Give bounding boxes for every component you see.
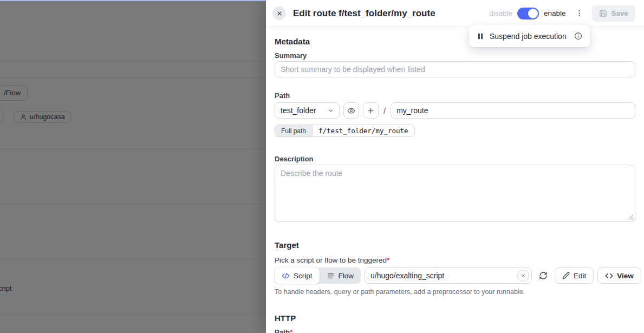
plus-icon xyxy=(367,107,375,115)
http-path-text: Path xyxy=(275,328,290,333)
backdrop-flow-chip-label: /Flow xyxy=(4,89,21,97)
folder-select[interactable]: test_folder xyxy=(275,102,340,119)
pick-runnable-label: Pick a script or flow to be triggered* xyxy=(275,256,635,264)
view-button-label: View xyxy=(617,272,634,280)
full-path-pill: Full path f/test_folder/my_route xyxy=(275,125,415,137)
backdrop-divider xyxy=(0,148,266,149)
save-icon xyxy=(599,9,607,17)
close-drawer-button[interactable] xyxy=(272,6,286,20)
full-path-label: Full path xyxy=(275,125,313,136)
tab-flow-label: Flow xyxy=(339,272,354,280)
runnable-path-input[interactable] xyxy=(365,267,532,284)
backdrop-divider xyxy=(0,259,266,259)
summary-label: Summary xyxy=(275,51,635,60)
edit-runnable-button[interactable]: Edit xyxy=(555,267,594,284)
backdrop-partial-chip xyxy=(0,111,4,123)
tab-script-label: Script xyxy=(294,272,313,280)
required-asterisk: * xyxy=(387,256,389,264)
backdrop-owner-badge: u/hugocasa xyxy=(14,111,71,123)
edit-route-drawer: Edit route f/test_folder/my_route disabl… xyxy=(266,0,644,333)
edit-button-label: Edit xyxy=(574,272,586,280)
backdrop-divider xyxy=(0,77,266,78)
toggle-knob xyxy=(528,9,538,18)
full-path-value: f/test_folder/my_route xyxy=(313,125,414,136)
refresh-icon xyxy=(539,271,548,280)
code-icon xyxy=(282,272,290,280)
toggle-off-label: disable xyxy=(489,9,512,17)
info-icon xyxy=(574,32,582,40)
target-heading: Target xyxy=(275,240,635,250)
code-brackets-icon xyxy=(605,272,613,280)
preview-folder-button[interactable] xyxy=(343,102,359,119)
path-row: test_folder / xyxy=(275,102,635,119)
view-runnable-button[interactable]: View xyxy=(597,267,641,284)
folder-select-value: test_folder xyxy=(281,106,316,115)
description-textarea[interactable] xyxy=(275,165,635,222)
pick-runnable-text: Pick a script or flow to be triggered xyxy=(275,256,387,264)
backdrop-divider xyxy=(0,61,266,62)
backdrop-overlay[interactable]: /Flow u/hugocasa cript xyxy=(0,0,266,333)
description-wrap xyxy=(275,165,635,222)
refresh-runnable-button[interactable] xyxy=(536,267,551,284)
backdrop-divider xyxy=(0,314,266,315)
save-button-label: Save xyxy=(611,9,628,17)
suspend-job-label: Suspend job execution xyxy=(490,32,567,41)
add-folder-button[interactable] xyxy=(363,102,379,119)
more-options-button[interactable] xyxy=(572,7,587,19)
clear-x-icon xyxy=(521,273,526,278)
summary-input[interactable] xyxy=(275,61,635,77)
runnable-kind-segmented: Script Flow xyxy=(275,267,361,284)
menu-item-suspend-job-execution[interactable]: Suspend job execution xyxy=(469,25,590,47)
backdrop-divider xyxy=(0,204,266,205)
clear-runnable-button[interactable] xyxy=(517,270,529,282)
backdrop-flow-chip: /Flow xyxy=(0,85,28,101)
pause-icon xyxy=(477,32,484,40)
backdrop-top-accent-line xyxy=(0,0,266,1)
drawer-header-actions: disable enable Save xyxy=(489,5,635,22)
toggle-on-label: enable xyxy=(544,9,566,17)
path-separator: / xyxy=(382,106,387,115)
target-row: Script Flow xyxy=(275,267,635,284)
drawer-title: Edit route f/test_folder/my_route xyxy=(293,8,435,19)
runnable-picker xyxy=(365,267,532,284)
http-heading: HTTP xyxy=(275,314,635,323)
backdrop-partial-text: cript xyxy=(0,284,12,292)
route-name-input[interactable] xyxy=(391,102,635,119)
eye-icon xyxy=(347,107,355,115)
tab-flow[interactable]: Flow xyxy=(320,267,361,284)
preprocessor-helper-text: To handle headers, query or path paramet… xyxy=(275,288,635,296)
close-icon xyxy=(276,10,283,17)
kebab-menu-icon xyxy=(575,9,583,17)
description-label: Description xyxy=(275,155,635,163)
drawer-header: Edit route f/test_folder/my_route disabl… xyxy=(266,0,644,27)
pencil-icon xyxy=(562,272,570,279)
enable-toggle[interactable] xyxy=(517,8,539,19)
user-icon xyxy=(20,114,27,120)
full-path-row: Full path f/test_folder/my_route xyxy=(275,125,635,137)
http-path-label: Path* xyxy=(275,328,635,333)
backdrop-owner-badge-label: u/hugocasa xyxy=(30,113,65,121)
drawer-content: Metadata Summary Path test_folder / xyxy=(266,27,644,333)
flow-bars-icon xyxy=(327,272,335,280)
chevron-down-icon xyxy=(327,107,334,114)
tab-script[interactable]: Script xyxy=(275,267,320,284)
path-label: Path xyxy=(275,92,635,100)
save-button[interactable]: Save xyxy=(592,5,635,22)
required-asterisk: * xyxy=(290,328,292,333)
